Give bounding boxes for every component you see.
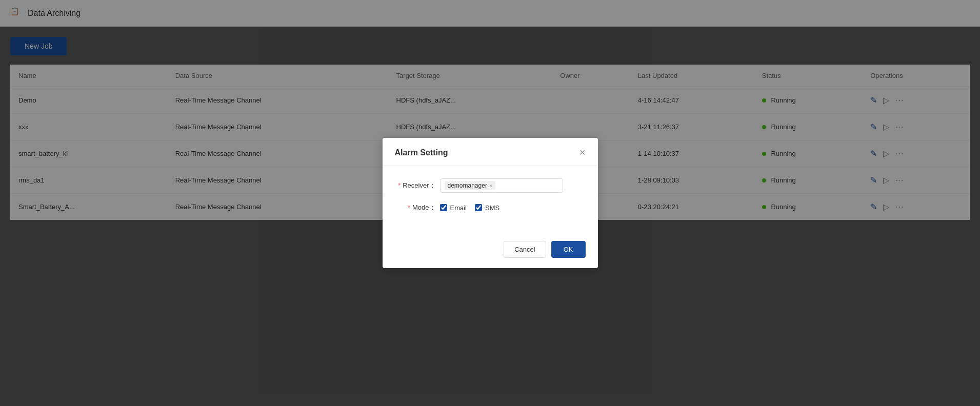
- required-star-mode: *: [408, 204, 410, 211]
- alarm-setting-modal: Alarm Setting ✕ *Receiver： demomanager ×: [383, 138, 598, 268]
- receiver-tag-value: demomanager: [448, 182, 487, 189]
- email-checkbox-item[interactable]: Email: [440, 204, 467, 212]
- mode-row: *Mode： Email SMS: [395, 203, 586, 212]
- required-star-receiver: *: [398, 181, 401, 189]
- sms-checkbox-item[interactable]: SMS: [475, 204, 499, 212]
- receiver-tag-remove-button[interactable]: ×: [489, 182, 492, 189]
- receiver-input[interactable]: demomanager ×: [440, 178, 563, 193]
- modal-close-button[interactable]: ✕: [579, 149, 586, 157]
- email-label: Email: [450, 204, 467, 212]
- sms-checkbox[interactable]: [475, 204, 482, 211]
- mode-options: Email SMS: [440, 204, 500, 212]
- modal-title: Alarm Setting: [395, 148, 448, 157]
- mode-label: *Mode：: [395, 203, 436, 212]
- sms-label: SMS: [485, 204, 499, 212]
- receiver-row: *Receiver： demomanager ×: [395, 178, 586, 193]
- modal-footer: Cancel OK: [383, 235, 598, 268]
- cancel-button[interactable]: Cancel: [504, 241, 546, 258]
- modal-overlay[interactable]: Alarm Setting ✕ *Receiver： demomanager ×: [0, 0, 980, 406]
- email-checkbox[interactable]: [440, 204, 447, 211]
- receiver-tag: demomanager ×: [445, 181, 496, 190]
- modal-body: *Receiver： demomanager × *Mode： E: [383, 166, 598, 235]
- ok-button[interactable]: OK: [551, 241, 586, 258]
- modal-header: Alarm Setting ✕: [383, 138, 598, 166]
- receiver-label: *Receiver：: [395, 181, 436, 190]
